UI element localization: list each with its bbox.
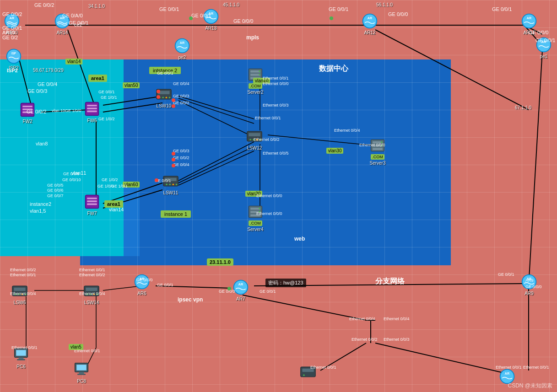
port-ge007: GE 0/0/7 <box>47 193 64 198</box>
server3-domain-label: .COM <box>371 154 384 160</box>
ip-23110: 23.11.1.0 <box>207 258 233 266</box>
svg-point-76 <box>169 183 171 185</box>
server2-domain-label: .COM <box>249 83 262 89</box>
lsw10-ge002: GE 0/0/2 <box>173 101 189 105</box>
device-fw6[interactable]: FW6 <box>84 101 100 123</box>
lsw12-eth004: Ethernet 0/0/4 <box>334 128 360 133</box>
device-ar13[interactable]: AR AR13 <box>203 8 219 31</box>
port-ge002-ar10b: GE 0/2 <box>2 35 18 40</box>
pc6-eth001: Ethernet 0/0/1 <box>11 345 38 350</box>
svg-rect-60 <box>87 105 97 107</box>
fw6-ge102: GE 1/0/2 <box>98 117 115 121</box>
port-ge001-pe1: GE 0/0/1 <box>535 38 555 43</box>
lsw12-eth005: Ethernet 0/0/5 <box>263 151 289 156</box>
device-pc8-label: PC8 <box>77 379 86 384</box>
dot-lsw10-1 <box>157 90 160 93</box>
device-lsw11[interactable]: LSW11 <box>162 173 179 195</box>
branch-eth001-r: Ethernet 0/0/1 <box>496 365 522 370</box>
ar7-ge000: GE 0/0/0 <box>219 289 235 294</box>
device-server4[interactable]: .COM Server4 <box>247 204 264 232</box>
svg-point-101 <box>259 70 260 72</box>
svg-text:AR: AR <box>505 371 510 376</box>
port-ge003-fw2: GE 0/0/3 <box>27 88 47 94</box>
device-isp2[interactable]: ISP ISP2 <box>5 48 22 70</box>
lsw10-ge004: GE 0/0/4 <box>173 81 189 86</box>
mpls-label: mpls <box>246 34 259 41</box>
ar6-ge001: GE 0/0/1 <box>157 283 173 287</box>
lsw11-ge004: GE 0/0/4 <box>173 162 189 167</box>
dot-lsw11-1 <box>172 152 175 156</box>
svg-point-70 <box>162 97 164 98</box>
network-canvas: AR AR10 AR AR14 ce2 AR AR13 AR A <box>0 0 557 392</box>
svg-text:ISP: ISP <box>11 52 16 55</box>
svg-rect-65 <box>87 200 97 202</box>
vlan50: vlan50 <box>123 82 140 88</box>
ar7-ge001: GE 0/0/1 <box>260 289 276 294</box>
ar9-ge001: GE 0/0/1 <box>498 272 514 277</box>
ar9-ge000: GE 0/0/0 <box>525 285 542 289</box>
fw6-ge101: GE 1/0/1 <box>101 95 117 100</box>
lsw6-eth001: Ethernet 0/0/1 <box>10 273 36 277</box>
svg-rect-62 <box>87 111 97 113</box>
device-ar13-label: AR13 <box>205 26 216 31</box>
watermark: CSDN @未知因素 <box>508 382 552 390</box>
svg-rect-128 <box>77 374 86 375</box>
port-ge002-top: GE 0/0/2 <box>34 2 54 8</box>
svg-rect-126 <box>76 365 87 371</box>
lsw10-ge003: GE 0/0/3 <box>173 94 189 98</box>
port-ge010: GE 0/0/10 <box>62 177 81 182</box>
password-label: 密码：hw@123 <box>265 279 306 287</box>
port-ge009: GE 0/0/9 <box>63 172 80 176</box>
vlan5-label: vlan5 <box>69 344 83 350</box>
vlan14-top: vlan14 <box>65 59 82 64</box>
device-pe2[interactable]: AR pe2 <box>174 38 190 60</box>
svg-rect-92 <box>14 288 25 291</box>
lsw12-eth001-2: Ethernet 0/0/1 <box>255 116 281 120</box>
lsw14-eth002: Ethernet 0/0/2 <box>79 273 105 277</box>
branch-eth002: Ethernet 0/0/2 <box>352 337 378 342</box>
dot-lsw11-3 <box>172 164 175 167</box>
branch-eth003: Ethernet 0/0/3 <box>384 337 410 342</box>
svg-rect-61 <box>87 107 97 109</box>
branch-eth004-r: Ethernet 0/0/4 <box>384 317 410 321</box>
ipsec-label: ipsec vpn <box>178 296 203 303</box>
device-ar6[interactable]: AR AR6 <box>134 274 150 296</box>
lsw12-eth001: Ethernet 0/0/1 <box>263 76 289 81</box>
device-server3-label: Server3 <box>369 161 385 166</box>
vlan15-label: vlan1,5 <box>30 208 46 214</box>
lsw6-eth002: Ethernet 0/0/2 <box>10 268 36 272</box>
dot-lsw10-3 <box>172 98 175 102</box>
device-ar12[interactable]: AR AR12 <box>362 13 378 35</box>
svg-rect-80 <box>249 133 260 136</box>
fw7-ge101: GE 1/0/1 <box>111 184 128 188</box>
server4-eth000b: Ethernet 0/0/0 <box>256 211 282 216</box>
svg-rect-64 <box>87 198 97 199</box>
lsw11-ge003: GE 0/0/3 <box>173 149 189 153</box>
svg-point-113 <box>259 208 260 209</box>
device-ar14-label: AR14 <box>56 30 68 35</box>
instance1-label: instance 1 <box>161 210 191 218</box>
ip-67110: 67.1.1.0 <box>515 105 531 110</box>
device-server3[interactable]: .COM Server3 <box>369 137 386 166</box>
svg-rect-86 <box>86 288 97 291</box>
svg-point-77 <box>173 183 174 185</box>
device-pe2-label: pe2 <box>178 55 186 60</box>
lsw6-eth004: Ethernet 0/0/4 <box>10 291 36 296</box>
device-fw7[interactable]: FW7 <box>84 193 100 216</box>
device-pc6[interactable]: PC6 <box>13 347 29 369</box>
svg-point-81 <box>249 139 251 140</box>
port-ge001-ar13: GE 0/0/1 <box>159 6 179 12</box>
svg-point-53 <box>7 49 21 64</box>
vlan30: vlan30 <box>326 148 343 154</box>
device-fw6-label: FW6 <box>87 118 97 123</box>
device-pc6-label: PC6 <box>16 364 25 369</box>
bg-cyan <box>0 59 124 256</box>
branch-eth001-l: Ethernet 0/0/1 <box>310 365 336 370</box>
dot-lsw10-2 <box>157 95 160 99</box>
svg-text:AR: AR <box>527 16 532 20</box>
svg-rect-56 <box>22 106 32 107</box>
device-pc8[interactable]: PC8 <box>73 361 90 384</box>
device-ar12-label: AR12 <box>364 30 375 35</box>
svg-point-131 <box>303 374 305 376</box>
lsw14-eth001: Ethernet 0/0/1 <box>79 268 105 272</box>
